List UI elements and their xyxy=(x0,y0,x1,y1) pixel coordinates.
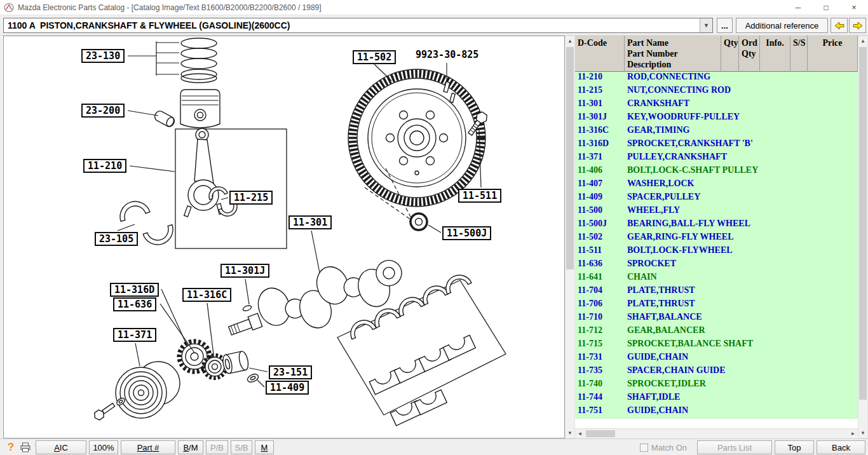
part-label[interactable]: 23-105 xyxy=(95,232,138,246)
match-on-label: Match On xyxy=(651,443,687,452)
scroll-up-icon[interactable]: ▲ xyxy=(566,36,574,46)
scroll-left-icon[interactable]: ◄ xyxy=(575,429,585,438)
print-icon[interactable] xyxy=(18,442,33,452)
part-label[interactable]: 11-215 xyxy=(229,191,273,205)
parts-table-row[interactable]: 11-704PLATE,THRUST xyxy=(575,285,858,299)
part-label[interactable]: 11-636 xyxy=(113,297,156,311)
next-page-button[interactable] xyxy=(849,18,866,33)
parts-table-row[interactable]: 11-409SPACER,PULLEY xyxy=(575,192,858,205)
parts-table-row[interactable]: 11-316DSPROCKET,CRANKSHAFT 'B' xyxy=(575,139,858,152)
parts-table-row[interactable]: 11-301JKEY,WOODRUFF-PULLEY xyxy=(575,112,858,125)
parts-table-row[interactable]: 11-712GEAR,BALANCER xyxy=(575,325,858,339)
combo-dropdown-icon[interactable]: ▼ xyxy=(700,18,712,32)
parts-table-row[interactable]: 11-641CHAIN xyxy=(575,272,858,285)
previous-page-button[interactable] xyxy=(831,18,848,33)
parts-table-row[interactable]: 11-636SPROCKET xyxy=(575,259,858,272)
statusbar-button-back[interactable]: Back xyxy=(817,440,865,454)
part-label[interactable]: 11-371 xyxy=(113,328,156,342)
qty-cell xyxy=(721,139,739,152)
part-name-cell: BOLT,LOCK-C.SHAFT PULLEY xyxy=(625,165,721,179)
scroll-down-icon[interactable]: ▼ xyxy=(858,428,867,438)
part-label[interactable]: 11-316C xyxy=(182,288,231,302)
diagram-label-layer: 23-13023-20011-21023-10511-21511-30111-5… xyxy=(4,36,564,438)
part-label[interactable]: 11-210 xyxy=(83,159,126,173)
statusbar-button-m[interactable]: M xyxy=(255,440,274,454)
diagram-scroll-thumb[interactable] xyxy=(566,47,574,269)
info-cell xyxy=(760,259,790,272)
parts-table-row[interactable]: 11-706PLATE,THRUST xyxy=(575,299,858,312)
part-name-cell: NUT,CONNECTING ROD xyxy=(625,85,721,98)
qty-cell xyxy=(721,339,739,352)
table-scrollbar[interactable]: ▲ ▼ xyxy=(858,36,868,438)
section-combobox[interactable]: 1100 A PISTON,CRANKSHAFT & FLYWHEEL (GAS… xyxy=(3,18,713,33)
part-label[interactable]: 11-500J xyxy=(442,226,491,240)
parts-table-row[interactable]: 11-500WHEEL,FLY xyxy=(575,205,858,219)
parts-table-row[interactable]: 11-301CRANKSHAFT xyxy=(575,98,858,112)
part-number-text[interactable]: 9923-30-825 xyxy=(412,48,482,62)
ss-cell xyxy=(790,339,808,352)
part-label[interactable]: 23-200 xyxy=(81,104,125,118)
minimize-button[interactable]: ─ xyxy=(784,0,812,15)
statusbar-button-aic[interactable]: AIC xyxy=(36,440,86,454)
ss-cell xyxy=(790,232,808,245)
ord-qty-cell xyxy=(739,125,760,139)
ss-cell xyxy=(790,299,808,312)
table-horizontal-scrollbar[interactable]: ◄ ► xyxy=(575,428,858,438)
parts-table-row[interactable]: 11-511BOLT,LOCK-FLYWHEEL xyxy=(575,245,858,259)
match-on-checkbox[interactable] xyxy=(640,444,648,452)
part-code-cell: 11-712 xyxy=(575,325,625,339)
table-hscroll-thumb[interactable] xyxy=(586,430,615,437)
diagram-scrollbar[interactable]: ▲ ▼ xyxy=(565,36,575,438)
price-cell xyxy=(808,152,858,165)
ord-qty-cell xyxy=(739,339,760,352)
info-cell xyxy=(760,285,790,299)
parts-table-row[interactable]: 11-210ROD,CONNECTING xyxy=(575,72,858,85)
browse-button[interactable]: ... xyxy=(717,18,733,33)
part-label[interactable]: 23-151 xyxy=(269,365,312,379)
info-cell xyxy=(760,272,790,285)
part-label[interactable]: 11-409 xyxy=(266,381,309,395)
scroll-down-icon[interactable]: ▼ xyxy=(566,428,574,438)
parts-table-row[interactable]: 11-371PULLEY,CRANKSHAFT xyxy=(575,152,858,165)
parts-table-row[interactable]: 11-744SHAFT,IDLE xyxy=(575,392,858,405)
qty-cell xyxy=(721,325,739,339)
info-cell xyxy=(760,192,790,205)
parts-table-row[interactable]: 11-740SPROCKET,IDLER xyxy=(575,379,858,392)
part-code-cell: 11-511 xyxy=(575,245,625,259)
scroll-right-icon[interactable]: ► xyxy=(848,429,858,438)
ord-qty-cell xyxy=(739,312,760,325)
qty-cell xyxy=(721,245,739,259)
statusbar-button-100[interactable]: 100% xyxy=(89,440,118,454)
statusbar-button-part[interactable]: Part # xyxy=(121,440,175,454)
info-cell xyxy=(760,312,790,325)
parts-table-row[interactable]: 11-710SHAFT,BALANCE xyxy=(575,312,858,325)
part-label[interactable]: 11-316D xyxy=(110,283,159,297)
parts-table-row[interactable]: 11-407WASHER,LOCK xyxy=(575,179,858,192)
parts-table-row[interactable]: 11-502GEAR,RING-FLY WHEEL xyxy=(575,232,858,245)
help-icon[interactable]: ? xyxy=(4,441,18,454)
statusbar-button-top[interactable]: Top xyxy=(775,440,814,454)
info-cell xyxy=(760,379,790,392)
parts-table-row[interactable]: 11-715SPROCKET,BALANCE SHAFT xyxy=(575,339,858,352)
part-label[interactable]: 23-130 xyxy=(81,49,125,63)
table-scroll-thumb[interactable] xyxy=(859,47,867,400)
parts-table-row[interactable]: 11-316CGEAR,TIMING xyxy=(575,125,858,139)
close-button[interactable]: × xyxy=(840,0,868,15)
maximize-button[interactable]: □ xyxy=(812,0,840,15)
additional-reference-button[interactable]: Additional reference xyxy=(736,18,828,33)
parts-table-row[interactable]: 11-731GUIDE,CHAIN xyxy=(575,352,858,365)
part-label[interactable]: 11-301 xyxy=(288,215,332,229)
scroll-up-icon[interactable]: ▲ xyxy=(858,36,867,46)
parts-table-row[interactable]: 11-735SPACER,CHAIN GUIDE xyxy=(575,365,858,379)
titlebar: Mazda Electronic Parts Catalog - [Catalo… xyxy=(0,0,868,15)
part-label[interactable]: 11-502 xyxy=(353,50,396,64)
part-label[interactable]: 11-511 xyxy=(458,189,501,203)
price-cell xyxy=(808,179,858,192)
part-label[interactable]: 11-301J xyxy=(220,264,269,278)
info-cell xyxy=(760,72,790,85)
parts-table-row[interactable]: 11-215NUT,CONNECTING ROD xyxy=(575,85,858,98)
statusbar-button-b-m[interactable]: B/M xyxy=(178,440,203,454)
parts-table-row[interactable]: 11-751GUIDE,CHAIN xyxy=(575,405,858,419)
parts-table-row[interactable]: 11-500JBEARING,BALL-FLY WHEEL xyxy=(575,219,858,232)
parts-table-row[interactable]: 11-406BOLT,LOCK-C.SHAFT PULLEY xyxy=(575,165,858,179)
